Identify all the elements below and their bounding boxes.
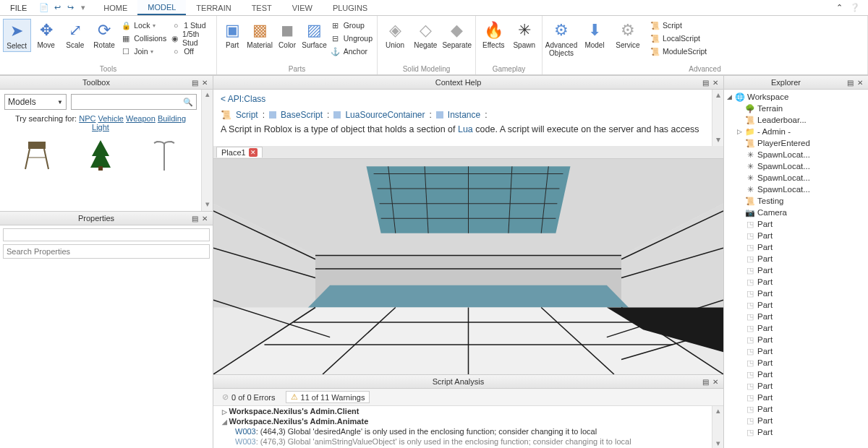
negate-button[interactable]: ◇Negate bbox=[411, 19, 440, 51]
explorer-item[interactable]: ◳Part bbox=[726, 380, 867, 392]
explorer-item[interactable]: ◳Part bbox=[726, 403, 867, 415]
sa-warning[interactable]: W003: (476,3) Global 'animStringValueObj… bbox=[213, 436, 723, 447]
sa-group[interactable]: ▷ Workspace.Nexilus's Admin.Client bbox=[213, 406, 723, 416]
explorer-item[interactable]: ◳Part bbox=[726, 426, 867, 438]
move-tool[interactable]: ✥Move bbox=[33, 19, 60, 51]
explorer-item[interactable]: 📜PlayerEntered bbox=[726, 137, 867, 149]
explorer-item[interactable]: ◳Part bbox=[726, 230, 867, 241]
toolbox-link-npc[interactable]: NPC bbox=[79, 114, 95, 123]
localscript-button[interactable]: 📜LocalScript bbox=[650, 32, 707, 45]
explorer-item[interactable]: 📜Testing bbox=[726, 195, 867, 207]
explorer-item[interactable]: ◳Part bbox=[726, 264, 867, 276]
service-button[interactable]: ⚙Service bbox=[612, 19, 644, 51]
qat-more-icon[interactable]: ▾ bbox=[77, 2, 89, 14]
script-button[interactable]: 📜Script bbox=[650, 19, 707, 32]
toolbox-thumb-lamp[interactable] bbox=[150, 139, 179, 171]
effects-button[interactable]: 🔥Effects bbox=[479, 19, 509, 51]
select-tool[interactable]: ➤Select bbox=[3, 19, 31, 52]
menu-tab-home[interactable]: HOME bbox=[93, 0, 137, 15]
context-dock-icon[interactable]: ▤ bbox=[700, 79, 710, 87]
lua-link[interactable]: Lua bbox=[458, 124, 473, 134]
toolbox-close-icon[interactable]: ✕ bbox=[200, 79, 210, 87]
sa-scroll-up[interactable]: ▴ bbox=[712, 406, 723, 415]
toolbox-scroll-down[interactable]: ▾ bbox=[202, 199, 213, 211]
explorer-close-icon[interactable]: ✕ bbox=[855, 79, 865, 87]
toolbox-dock-icon[interactable]: ▤ bbox=[190, 79, 200, 87]
collisions-toggle[interactable]: ▦Collisions bbox=[121, 32, 166, 45]
lock-toggle[interactable]: 🔒Lock▾ bbox=[121, 19, 166, 32]
toolbox-search-input[interactable]: 🔍 bbox=[71, 94, 197, 110]
explorer-item[interactable]: ◳Part bbox=[726, 369, 867, 380]
snap-fifth-stud[interactable]: ◉1/5th Stud bbox=[171, 32, 212, 45]
properties-filter[interactable] bbox=[3, 228, 210, 241]
anchor-button[interactable]: ⚓Anchor bbox=[331, 45, 373, 58]
context-class-link[interactable]: Script bbox=[236, 110, 258, 120]
sa-scroll-down[interactable]: ▾ bbox=[712, 439, 723, 448]
color-button[interactable]: ◼Color bbox=[275, 19, 299, 51]
context-scroll-down[interactable]: ▾ bbox=[712, 134, 723, 146]
explorer-item[interactable]: ◳Part bbox=[726, 276, 867, 288]
explorer-item[interactable]: ◳Part bbox=[726, 299, 867, 311]
help-icon[interactable]: ❔ bbox=[849, 2, 861, 14]
material-button[interactable]: ▩Material bbox=[246, 19, 273, 51]
union-button[interactable]: ◈Union bbox=[380, 19, 409, 51]
place-tab[interactable]: Place1✕ bbox=[216, 147, 263, 158]
explorer-item[interactable]: ◳Part bbox=[726, 334, 867, 345]
ungroup-button[interactable]: ⊟Ungroup bbox=[331, 32, 373, 45]
explorer-item[interactable]: ◳Part bbox=[726, 415, 867, 426]
properties-dock-icon[interactable]: ▤ bbox=[190, 215, 200, 223]
scale-tool[interactable]: ⤢Scale bbox=[61, 19, 89, 51]
context-close-icon[interactable]: ✕ bbox=[710, 79, 720, 87]
rotate-tool[interactable]: ⟳Rotate bbox=[90, 19, 118, 51]
explorer-item[interactable]: 📷Camera bbox=[726, 207, 867, 218]
properties-search-input[interactable] bbox=[3, 244, 210, 259]
explorer-item[interactable]: ◳Part bbox=[726, 311, 867, 322]
menu-tab-view[interactable]: VIEW bbox=[282, 0, 323, 15]
script-analysis-close-icon[interactable]: ✕ bbox=[710, 378, 720, 386]
explorer-item[interactable]: 🌳Terrain bbox=[726, 103, 867, 114]
menu-tab-plugins[interactable]: PLUGINS bbox=[323, 0, 378, 15]
snap-off[interactable]: ○Off bbox=[171, 45, 212, 58]
join-toggle[interactable]: ☐Join▾ bbox=[121, 45, 166, 58]
toolbox-thumb-tower[interactable] bbox=[22, 139, 51, 171]
warnings-filter[interactable]: ⚠11 of 11 Warnings bbox=[286, 391, 370, 403]
explorer-item[interactable]: ✳SpawnLocat... bbox=[726, 149, 867, 160]
context-class-link[interactable]: Instance bbox=[448, 110, 480, 120]
explorer-item[interactable]: 📜Leaderboar... bbox=[726, 114, 867, 126]
model-button[interactable]: ⬇Model bbox=[579, 19, 610, 51]
menu-tab-test[interactable]: TEST bbox=[242, 0, 282, 15]
toolbox-thumb-tree[interactable] bbox=[88, 139, 114, 171]
toolbox-link-light[interactable]: Light bbox=[92, 123, 109, 132]
group-button[interactable]: ⊞Group bbox=[331, 19, 373, 32]
explorer-item[interactable]: ▷📁- Admin - bbox=[726, 126, 867, 137]
menu-tab-model[interactable]: MODEL bbox=[137, 0, 186, 15]
collapse-ribbon-icon[interactable]: ⌃ bbox=[833, 2, 845, 14]
context-class-link[interactable]: LuaSourceContainer bbox=[345, 110, 425, 120]
explorer-item[interactable]: ✳SpawnLocat... bbox=[726, 172, 867, 184]
viewport-3d[interactable] bbox=[213, 159, 723, 374]
menu-tab-terrain[interactable]: TERRAIN bbox=[186, 0, 241, 15]
explorer-item[interactable]: ✳SpawnLocat... bbox=[726, 184, 867, 195]
part-button[interactable]: ▣Part bbox=[220, 19, 244, 51]
context-breadcrumb[interactable]: < API:Class bbox=[221, 94, 716, 104]
explorer-item[interactable]: ◳Part bbox=[726, 392, 867, 403]
toolbox-link-vehicle[interactable]: Vehicle bbox=[98, 114, 124, 123]
separate-button[interactable]: ◆Separate bbox=[441, 19, 472, 51]
surface-button[interactable]: ▨Surface bbox=[301, 19, 327, 51]
explorer-item[interactable]: ◳Part bbox=[726, 288, 867, 299]
sa-warning[interactable]: W003: (464,3) Global 'desiredAngle' is o… bbox=[213, 426, 723, 436]
explorer-item[interactable]: ◳Part bbox=[726, 241, 867, 253]
script-analysis-dock-icon[interactable]: ▤ bbox=[700, 378, 710, 386]
toolbox-scroll-up[interactable]: ▴ bbox=[202, 90, 213, 101]
explorer-item[interactable]: ◳Part bbox=[726, 253, 867, 264]
redo-icon[interactable]: ↪ bbox=[64, 2, 76, 14]
undo-icon[interactable]: ↩ bbox=[51, 2, 63, 14]
sa-group[interactable]: ◢ Workspace.Nexilus's Admin.Animate bbox=[213, 416, 723, 426]
file-menu[interactable]: FILE bbox=[3, 4, 34, 12]
errors-filter[interactable]: ⊘0 of 0 Errors bbox=[218, 392, 280, 402]
explorer-item[interactable]: ✳SpawnLocat... bbox=[726, 160, 867, 172]
modulescript-button[interactable]: 📜ModuleScript bbox=[650, 45, 707, 58]
advanced-objects-button[interactable]: ⚙Advanced Objects bbox=[545, 19, 577, 59]
toolbox-link-building[interactable]: Building bbox=[158, 114, 186, 123]
explorer-item[interactable]: ◳Part bbox=[726, 357, 867, 369]
